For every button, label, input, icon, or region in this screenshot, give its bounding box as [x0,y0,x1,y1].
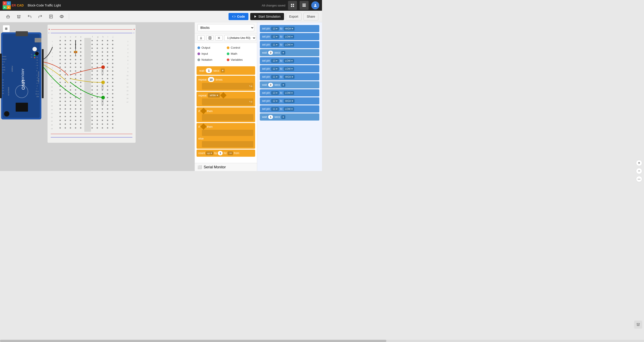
pin-13-dropdown-2[interactable]: 13 ▾ [271,59,278,63]
repeat-while-block[interactable]: repeat while ▾ ↪ [196,92,255,107]
category-control[interactable]: Control [227,45,254,50]
svg-point-127 [64,40,66,41]
category-math[interactable]: Math [227,52,254,56]
svg-text:14: 14 [51,90,53,92]
to-label-8: to [280,99,282,102]
wait-num-3[interactable]: 1 [268,115,273,119]
svg-text:12: 12 [51,82,53,84]
pin-12-dropdown-3[interactable]: 12 ▾ [271,99,278,103]
code-block-set-12-high[interactable]: set pin 12 ▾ to HIGH ▾ [260,97,319,105]
code-block-set-12-low-2[interactable]: set pin 12 ▾ to LOW ▾ [260,65,319,72]
svg-point-198 [70,93,71,94]
wait-value[interactable]: 1 [206,68,212,73]
low-dropdown-3[interactable]: LOW ▾ [284,59,294,63]
code-block-set-11-high[interactable]: set pin 11 ▾ to HIGH ▾ [260,73,319,80]
code-block-set-13-low-2[interactable]: set pin 13 ▾ to LOW ▾ [260,89,319,96]
saved-text: All changes saved [262,4,285,7]
count-by-val[interactable]: 1 [218,151,223,155]
svg-point-310 [112,85,113,87]
start-simulation-btn[interactable]: Start Simulation [250,13,284,20]
undo-btn[interactable] [25,12,34,21]
code-block-wait-3-2[interactable]: wait 3 secs ▾ [260,81,319,88]
low-dropdown-6[interactable]: LOW ▾ [284,107,294,111]
count-dir-dropdown[interactable]: up ▾ [206,151,213,155]
code-block-set-13-high[interactable]: set pin 13 ▾ to HIGH ▾ [260,25,319,32]
svg-line-386 [218,37,218,37]
pin-11-dropdown-1[interactable]: 11 ▾ [271,43,278,47]
while-dropdown[interactable]: while ▾ [208,93,220,98]
pin-12-dropdown-1[interactable]: 12 ▾ [271,35,278,39]
low-dropdown-5[interactable]: LOW ▾ [284,91,294,95]
code-block-set-12-low[interactable]: set pin 12 ▾ to LOW ▾ [260,33,319,40]
repeat-times-block[interactable]: repeat 10 times ↪ [196,76,255,91]
blocks-dropdown[interactable]: Blocks Code [198,24,254,31]
avatar-btn[interactable] [311,1,319,9]
svg-point-291 [92,74,93,75]
svg-rect-18 [35,38,41,42]
wait-num-2[interactable]: 3 [268,83,273,87]
secs-dropdown-2[interactable]: ▾ [281,83,285,87]
secs-dropdown-1[interactable]: ▾ [281,51,285,55]
low-dropdown-1[interactable]: LOW ▾ [284,35,294,39]
notes-btn[interactable] [46,12,56,21]
svg-point-140 [80,47,82,49]
download-btn[interactable] [198,35,204,41]
svg-point-344 [107,112,108,113]
code-block-set-13-low[interactable]: set pin 13 ▾ to LOW ▾ [260,57,319,64]
table-icon-btn[interactable] [300,1,308,10]
low-dropdown-4[interactable]: LOW ▾ [284,67,294,71]
svg-point-132 [64,44,66,45]
code-block-wait-1[interactable]: wait 1 secs ▾ [260,113,319,121]
svg-point-59 [34,55,35,56]
category-notation[interactable]: Notation [198,58,225,62]
svg-text:20: 20 [51,113,53,114]
blocks-panel: Blocks Code 1 (Arduino Uno R3) Output [194,22,257,171]
svg-point-361 [92,127,93,129]
high-dropdown-3[interactable]: HIGH ▾ [284,99,295,103]
set-label-6: set pin [262,75,270,78]
code-block-set-11-low[interactable]: set pin 11 ▾ to LOW ▾ [260,41,319,48]
svg-point-255 [112,44,113,45]
pin-11-dropdown-3[interactable]: 11 ▾ [271,107,278,111]
grid-icon-btn[interactable] [288,1,297,10]
code-block-wait-3-1[interactable]: wait 3 secs ▾ [260,49,319,56]
device-select[interactable]: 1 (Arduino Uno R3) [224,35,256,41]
export-btn[interactable]: Export [286,13,302,20]
delete-btn[interactable] [14,12,23,21]
wait-dropdown[interactable]: ▾ [221,69,225,73]
redo-btn[interactable] [36,12,45,21]
view-btn[interactable] [57,12,66,21]
pin-12-dropdown-2[interactable]: 12 ▾ [271,67,278,71]
svg-text:22: 22 [51,120,53,122]
svg-point-317 [96,93,98,94]
pin-11-dropdown-2[interactable]: 11 ▾ [271,75,278,79]
pin-13-dropdown[interactable]: 13 ▾ [271,27,278,31]
repeat-value[interactable]: 10 [208,77,214,82]
if-then-else-block[interactable]: if then else [196,123,255,149]
svg-point-347 [96,116,98,117]
svg-point-325 [112,97,113,98]
svg-rect-6 [302,6,306,7]
category-variables[interactable]: Variables [227,58,254,62]
serial-btn[interactable] [215,35,222,41]
breadboard-svg: + - + - a b c d e f g h i j /* holes ren… [48,24,136,143]
code-block-set-11-low-2[interactable]: set pin 11 ▾ to LOW ▾ [260,105,319,113]
high-dropdown-2[interactable]: HIGH ▾ [284,75,295,79]
if-then-block-1[interactable]: if then [196,107,255,122]
pin-13-dropdown-3[interactable]: 13 ▾ [271,91,278,95]
count-var-dropdown[interactable]: i ▾ [228,151,233,155]
code-btn[interactable]: Code [228,13,248,20]
high-dropdown-1[interactable]: HIGH ▾ [284,27,295,31]
share-btn[interactable]: Share [304,13,318,20]
count-up-block[interactable]: count up ▾ by 1 for i ▾ from [196,150,255,157]
home-btn[interactable] [4,12,12,21]
category-output[interactable]: Output [198,45,225,50]
wait-num-1[interactable]: 3 [268,51,273,55]
svg-point-181 [60,82,61,83]
canvas-area[interactable]: ⊞ ARDUINO UNO IO [0,22,194,171]
low-dropdown-2[interactable]: LOW ▾ [284,43,294,47]
secs-dropdown-3[interactable]: ▾ [281,115,285,119]
save-btn[interactable] [206,35,214,41]
category-input[interactable]: Input [198,52,225,56]
wait-block[interactable]: wait 1 secs ▾ [196,66,255,75]
